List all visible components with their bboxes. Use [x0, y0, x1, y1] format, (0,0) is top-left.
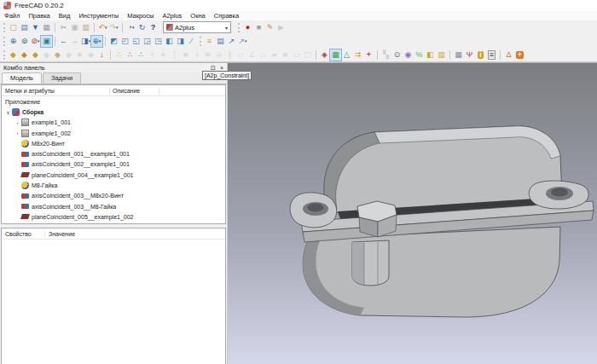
- hierarchy-tree-button[interactable]: Ψ: [464, 49, 475, 61]
- macro-play-button[interactable]: ▶: [275, 22, 287, 33]
- print-button[interactable]: ▦: [41, 22, 52, 33]
- tree-expander[interactable]: ›: [14, 130, 21, 136]
- copy-button[interactable]: ▣: [69, 22, 80, 33]
- part-tool-disabled-3[interactable]: ◆: [85, 49, 96, 61]
- new-file-button[interactable]: ▢: [8, 22, 19, 33]
- bounding-box-button[interactable]: ▣: [41, 36, 52, 47]
- tree-item-m8-gaika[interactable]: М8-Гайка: [2, 180, 225, 190]
- constraint-center-button[interactable]: ▢: [302, 49, 313, 61]
- macro-stop-button[interactable]: ■: [253, 22, 264, 33]
- label-tool-button[interactable]: ◧: [425, 49, 436, 61]
- constraint-circle-button[interactable]: ●: [158, 49, 169, 61]
- refresh-button[interactable]: ↻: [136, 22, 148, 33]
- constraint-halfmoon-button[interactable]: ◑: [191, 49, 202, 61]
- menu-a2plus[interactable]: A2plus: [158, 11, 186, 20]
- tree-item-assembly[interactable]: ∨ Сборка: [2, 107, 225, 117]
- a2p-folder-button[interactable]: ▤: [215, 36, 226, 47]
- cut-button[interactable]: ✂: [58, 22, 69, 33]
- view-front-button[interactable]: ◰: [119, 36, 130, 47]
- menu-windows[interactable]: Окна: [186, 11, 209, 20]
- constraint-plane-button[interactable]: ▱: [235, 49, 246, 61]
- flip-constraint-button[interactable]: ▚: [380, 49, 391, 61]
- a2p-export-solids-button[interactable]: ↗: [237, 36, 248, 47]
- fly-view-button[interactable]: ◨: [80, 36, 91, 47]
- tab-model[interactable]: Модель: [2, 72, 42, 84]
- view-right-button[interactable]: ◲: [142, 36, 153, 47]
- tree-item-axiscoincident-003-gaika[interactable]: axisCoincident_003__М8-Гайка: [2, 201, 225, 211]
- undo-button[interactable]: ↶: [97, 22, 108, 33]
- tree-item-example1-002[interactable]: › example1_002: [2, 128, 225, 138]
- open-file-button[interactable]: ▤: [19, 22, 30, 33]
- show-dof-button[interactable]: ⊙: [391, 49, 403, 61]
- constraint-trapezoid-button[interactable]: ▭: [291, 49, 302, 61]
- menu-help[interactable]: Справка: [210, 11, 243, 20]
- whats-this-button[interactable]: ?: [148, 22, 159, 33]
- auto-solve-toggle[interactable]: ▦: [330, 49, 341, 61]
- show-hierarchy-button[interactable]: ⇉: [352, 49, 363, 61]
- solve-constraints-button[interactable]: ◈: [319, 49, 330, 61]
- redo-button[interactable]: ↷: [108, 22, 119, 33]
- macro-edit-button[interactable]: ✎: [264, 22, 275, 33]
- tree-item-axiscoincident-002[interactable]: axisCoincident_002__example1_001: [2, 159, 225, 170]
- workbench-selector[interactable]: A2plus ▾: [163, 21, 231, 33]
- draw-style-button[interactable]: ⊘: [30, 36, 41, 47]
- measure-button[interactable]: ∕: [186, 36, 197, 47]
- group-parts-button[interactable]: ▥: [436, 49, 447, 61]
- view-axonometric-button[interactable]: ◩: [108, 36, 119, 47]
- constraint-parallel-button[interactable]: ∥: [224, 49, 235, 61]
- save-button[interactable]: ▼: [30, 22, 41, 33]
- a2p-export-button[interactable]: ↗: [226, 36, 237, 47]
- tree-item-m8x20-vint[interactable]: М8х20-Винт: [2, 138, 225, 148]
- add-shape-button[interactable]: ◆: [19, 49, 30, 61]
- workbench-tools-button[interactable]: ◔: [125, 22, 136, 33]
- part-tool-disabled-1[interactable]: ◆: [41, 49, 52, 61]
- paste-button[interactable]: ▥: [80, 22, 91, 33]
- constraint-axis-parallel-button[interactable]: 00: [202, 49, 213, 61]
- parts-info-button[interactable]: i: [475, 49, 486, 61]
- constraint-sphere-button[interactable]: ∴: [136, 49, 147, 61]
- constraint-planes-button[interactable]: ▰: [269, 49, 280, 61]
- nav-forward-button[interactable]: →: [69, 36, 80, 47]
- update-imported-parts-button[interactable]: ◆: [30, 49, 41, 61]
- nav-back-button[interactable]: ←: [58, 36, 69, 47]
- constraint-plane-parallel-button[interactable]: ▱: [258, 49, 269, 61]
- convert-absolute-button[interactable]: +: [514, 49, 525, 61]
- cad-model[interactable]: [228, 63, 597, 364]
- delete-constraint-button[interactable]: ×: [147, 49, 158, 61]
- duplicate-part-button[interactable]: ◆: [52, 49, 63, 61]
- macro-record-button[interactable]: ●: [242, 22, 253, 33]
- edit-part-button[interactable]: ∗: [74, 49, 85, 61]
- view-bottom-button[interactable]: ◧: [164, 36, 175, 47]
- repair-tree-button[interactable]: +: [363, 49, 374, 61]
- view-rear-button[interactable]: ◳: [153, 36, 164, 47]
- tree-item-axiscoincident-001[interactable]: axisCoincident_001__example1_001: [2, 148, 225, 159]
- menu-edit[interactable]: Правка: [24, 11, 54, 20]
- menu-tools[interactable]: Инструменты: [74, 11, 123, 20]
- flask-tool-button[interactable]: Δ: [503, 49, 514, 61]
- a2p-open-document-button[interactable]: ≡: [204, 36, 215, 47]
- constraint-axial-button[interactable]: ∴: [125, 49, 136, 61]
- constraint-angle-button[interactable]: ∠: [246, 49, 258, 61]
- shape-grid-button[interactable]: ▦: [453, 49, 464, 61]
- toggle-transparency-button[interactable]: △: [341, 49, 352, 61]
- add-part-button[interactable]: ◆: [8, 49, 19, 61]
- tree-item-planecoincident-005[interactable]: planeCoincident_005__example1_002: [2, 211, 225, 222]
- tree-item-axiscoincident-003-vint[interactable]: axisCoincident_003__М8х20-Винт: [2, 191, 225, 201]
- import-shape-button[interactable]: ↓: [96, 49, 107, 61]
- view-left-button[interactable]: ◨: [175, 36, 186, 47]
- constraint-circular-edge-button[interactable]: ∴: [113, 49, 125, 61]
- constraint-disc-button[interactable]: ⊖: [213, 49, 224, 61]
- tree-item-example1-001[interactable]: › example1_001: [2, 118, 225, 128]
- tree-root-application[interactable]: Приложение: [2, 96, 225, 107]
- menu-file[interactable]: Файл: [0, 11, 24, 20]
- parts-list-button[interactable]: ≡: [486, 49, 497, 61]
- tab-tasks[interactable]: Задачи: [43, 72, 81, 84]
- constraint-face-button[interactable]: ■: [280, 49, 291, 61]
- constraint-pin-button[interactable]: |: [169, 49, 180, 61]
- gear-connection-button[interactable]: ◉: [403, 49, 414, 61]
- constraint-square-button[interactable]: ■: [180, 49, 191, 61]
- part-tool-disabled-2[interactable]: ◆: [63, 49, 74, 61]
- tree-expander[interactable]: ›: [14, 120, 21, 125]
- tree-item-planecoincident-004[interactable]: planeCoincident_004__example1_001: [2, 170, 225, 180]
- 3d-viewport[interactable]: [228, 63, 597, 364]
